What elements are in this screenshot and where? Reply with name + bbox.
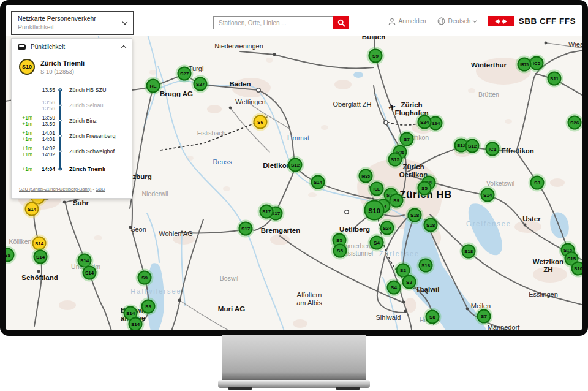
sbb-logo[interactable]: SBB CFF FFS [488, 16, 576, 26]
stop-name: Zürich Schweighof [69, 148, 115, 154]
stop-delay: +1m+1m [17, 145, 32, 158]
line-badge-s9[interactable]: S9 [390, 194, 404, 208]
network-map-select[interactable]: Netzkarte Personenverkehr Pünktlichkeit [11, 11, 134, 35]
line-badge-s17[interactable]: S17 [239, 222, 253, 236]
stop-row[interactable]: 13:5613:56Zürich Selnau [17, 97, 127, 113]
stop-time: 13:5913:59 [35, 115, 55, 127]
line-badge-ir75[interactable]: IR75 [518, 58, 532, 72]
sbb-link[interactable]: SBB [96, 186, 105, 192]
line-badge-s3[interactable]: S3 [530, 176, 545, 190]
line-badge-s27[interactable]: S27 [194, 77, 208, 91]
line-badge-s14[interactable]: S14 [83, 266, 97, 280]
line-badge-s14[interactable]: S14 [25, 202, 39, 216]
page: NiederweningenBülachTurgiBadenBrugg AGWe… [0, 0, 588, 391]
stop-row[interactable]: 13:55Zürich HB SZU [17, 82, 127, 97]
login-label: Anmelden [399, 18, 426, 25]
stop-row[interactable]: +1m+1m14:0114:01Zürich Friesenberg [17, 128, 127, 143]
sbb-wordmark: SBB CFF FFS [519, 17, 576, 26]
line-badge-s18[interactable]: S18 [424, 218, 438, 232]
line-badge-s14[interactable]: S14 [311, 175, 325, 189]
line-badge-s4[interactable]: S4 [387, 281, 401, 295]
line-badge-ic5[interactable]: IC5 [530, 56, 544, 70]
line-badge-s12[interactable]: S12 [466, 139, 480, 153]
stop-row[interactable]: +1m14:04Zürich Triemli [17, 159, 127, 179]
search-bar [213, 16, 349, 29]
timeline-node [59, 104, 62, 107]
line-badge-s5[interactable]: S5 [333, 244, 347, 258]
line-badge-s7[interactable]: S7 [477, 309, 491, 324]
line-badge-re[interactable]: RE [146, 79, 160, 93]
search-input[interactable] [213, 16, 333, 29]
line-badge-s14[interactable]: S14 [481, 188, 495, 202]
line-badge-s6[interactable]: S6 [254, 115, 268, 129]
network-select-title: Netzkarte Personenverkehr [18, 15, 123, 23]
timeline-node [59, 134, 62, 137]
panel-footer: SZU (Sihltal-Zürich-Uetliberg-Bahn) - SB… [12, 179, 132, 198]
line-badge-s7[interactable]: S7 [400, 132, 414, 146]
monitor-stand [222, 335, 366, 381]
timeline-node [58, 88, 62, 92]
line-badge-ice[interactable]: ICE [370, 182, 384, 196]
network-select-subtitle: Pünktlichkeit [18, 23, 123, 31]
line-badge-s12[interactable]: S12 [288, 158, 303, 172]
line-badge-s2[interactable]: S2 [402, 275, 417, 289]
stop-row[interactable]: +1m+1m14:0214:02Zürich Schweighof [17, 143, 127, 159]
stop-name: Zürich Triemli [69, 166, 105, 172]
line-badge-s18[interactable]: S18 [408, 208, 422, 222]
line-badge-s14[interactable]: S14 [32, 237, 47, 251]
line-header: S10 Zürich Triemli S 10 (12853) [12, 54, 132, 77]
timeline-node [58, 167, 62, 171]
monitor-foot [228, 387, 252, 390]
line-badge-s9[interactable]: S9 [369, 49, 383, 63]
search-button[interactable] [333, 16, 349, 29]
chevron-up-icon [121, 45, 126, 50]
stop-name: Zürich Selnau [69, 102, 104, 108]
line-badge-s26[interactable]: S26 [568, 116, 582, 130]
language-selector[interactable]: Deutsch [437, 17, 477, 25]
line-number: S 10 (12853) [40, 68, 85, 75]
lake-pfaeffikersee [550, 212, 569, 238]
monitor-frame: NiederweningenBülachTurgiBadenBrugg AGWe… [0, 0, 588, 336]
search-icon [337, 19, 345, 27]
line-badge-s9[interactable]: S9 [141, 300, 156, 314]
chevron-down-icon [123, 20, 127, 25]
line-badge-s9[interactable]: S9 [138, 271, 152, 285]
line-badge-s5[interactable]: S5 [418, 181, 432, 196]
stop-delay: +1m+1m [17, 115, 32, 127]
line-badge-s24[interactable]: S24 [380, 221, 394, 235]
stop-time: 13:55 [35, 87, 55, 93]
line-badge-s8[interactable]: S8 [426, 310, 440, 324]
line-badge-s15[interactable]: S15 [388, 153, 402, 167]
szu-link[interactable]: SZU (Sihltal-Zürich-Uetliberg-Bahn) [19, 186, 91, 192]
line-badge-s11[interactable]: S11 [548, 72, 562, 86]
stop-row[interactable]: +1m+1m13:5913:59Zürich Binz [17, 113, 127, 128]
line-badge-s27[interactable]: S27 [178, 67, 192, 81]
stop-time: 14:0114:01 [35, 130, 55, 142]
timeline-segment [55, 143, 65, 159]
line-badge-s17[interactable]: S17 [260, 205, 274, 219]
timeline-segment [55, 159, 65, 179]
line-badge-s10[interactable]: S10 [571, 262, 582, 276]
line-badge-ir35[interactable]: IR35 [359, 169, 373, 183]
stop-time: 14:04 [35, 166, 55, 172]
stop-name: Zürich HB SZU [69, 87, 107, 93]
line-badge-s4[interactable]: S4 [370, 236, 384, 250]
monitor-foot [336, 387, 360, 390]
line-badge-s16[interactable]: S16 [419, 259, 433, 273]
stop-time: 14:0214:02 [35, 145, 55, 158]
panel-header[interactable]: Pünktlichkeit [12, 39, 132, 54]
timeline-segment [55, 128, 65, 143]
sbb-flag-icon [488, 16, 514, 26]
line-badge-s14[interactable]: S14 [34, 250, 48, 264]
stop-time: 13:5613:56 [35, 99, 55, 112]
line-badge-s10[interactable]: S10 [364, 200, 385, 221]
line-badge-s18[interactable]: S18 [462, 245, 476, 259]
train-icon [18, 44, 26, 50]
stop-delay: +1m [17, 166, 32, 172]
login-button[interactable]: Anmelden [388, 18, 426, 25]
globe-icon [437, 17, 445, 25]
line-badge-ic1[interactable]: IC1 [486, 142, 500, 156]
timeline-node [59, 119, 62, 122]
line-badge-s14[interactable]: S14 [129, 317, 143, 330]
line-badge-s24[interactable]: S24 [418, 115, 432, 129]
